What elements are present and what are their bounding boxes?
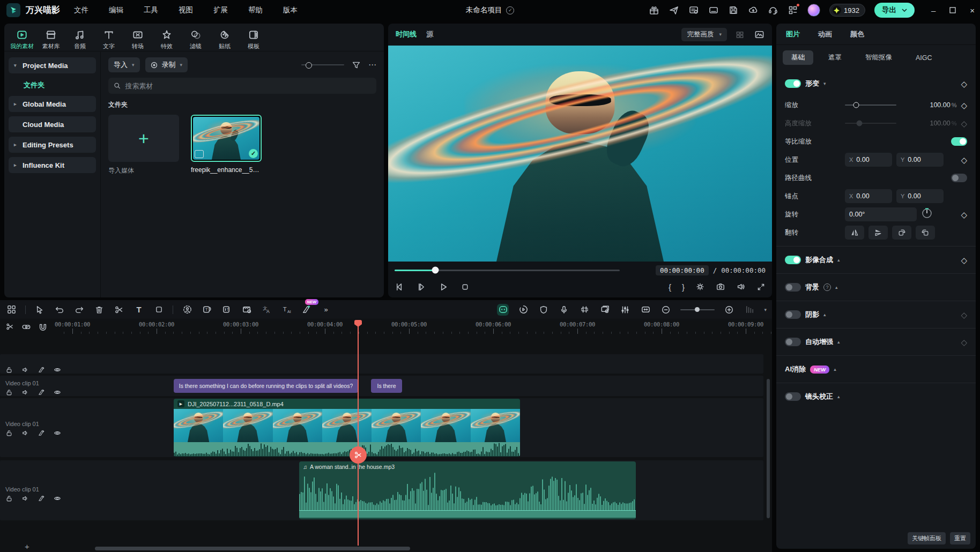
snapshot-camera-icon[interactable] (716, 282, 725, 292)
audio-volume-strip[interactable] (299, 510, 636, 518)
undo-icon[interactable] (54, 304, 65, 316)
thumbnail-size-slider[interactable] (301, 64, 344, 65)
position-x-field[interactable]: X0.00 (845, 153, 892, 167)
keyframe-diamond-icon[interactable]: ◇ (961, 80, 967, 88)
inspector-tab-color[interactable]: 颜色 (850, 29, 864, 39)
window-minimize-button[interactable]: – (931, 6, 936, 15)
keyframe-diamond-icon[interactable]: ◇ (961, 211, 967, 219)
credits-badge[interactable]: 1932 (829, 4, 865, 17)
timeline-zoom-slider[interactable] (680, 309, 715, 310)
chevron-down-icon[interactable]: ▾ (823, 81, 826, 86)
uniform-scale-toggle[interactable] (951, 137, 967, 146)
import-media-tile[interactable]: + 导入媒体 (108, 115, 179, 175)
chevron-down-icon[interactable]: ▾ (764, 307, 767, 312)
search-input[interactable] (125, 82, 371, 90)
anchor-x-field[interactable]: X0.00 (845, 189, 892, 203)
multi-view-icon[interactable] (736, 29, 746, 40)
tab-text[interactable]: 文字 (96, 27, 121, 51)
hide-track-icon[interactable] (54, 429, 61, 437)
timeline-horizontal-scrollbar[interactable] (95, 547, 410, 550)
sidebar-item-editing-presets[interactable]: ▸ Editing Presets (9, 137, 96, 153)
quick-split-icon[interactable] (5, 322, 14, 331)
mute-icon[interactable] (21, 429, 29, 437)
ai-effect-icon[interactable]: NEW (300, 304, 312, 316)
subtab-mask[interactable]: 遮罩 (820, 50, 850, 65)
mark-out-button[interactable]: } (682, 282, 685, 292)
ai-copilot-icon[interactable] (497, 304, 509, 316)
mute-icon[interactable] (21, 389, 29, 396)
media-asset-tile[interactable]: ✓ freepik__enhance__57... (191, 115, 262, 175)
shadow-toggle[interactable] (785, 310, 801, 319)
chevron-up-icon[interactable]: ▴ (823, 312, 826, 317)
text-clip-2[interactable]: Is there (371, 379, 402, 393)
tab-stickers[interactable]: 贴纸 (212, 27, 237, 51)
menu-extensions[interactable]: 扩展 (213, 5, 228, 15)
app-logo-icon[interactable] (6, 3, 20, 17)
delete-icon[interactable] (93, 304, 105, 316)
mute-icon[interactable] (21, 495, 29, 502)
video-clip[interactable]: ▶ DJI_202507112...2311_0518_D.mp4 (174, 399, 520, 457)
rotate-cw-button[interactable] (892, 226, 911, 240)
hide-track-icon[interactable] (54, 389, 61, 396)
chevron-up-icon[interactable]: ▴ (834, 367, 836, 372)
transform-toggle[interactable] (785, 79, 801, 88)
support-headset-icon[interactable] (768, 5, 778, 16)
toolbox-icon[interactable] (5, 304, 17, 316)
subtab-smart-cutout[interactable]: 智能抠像 (857, 50, 901, 65)
more-options-icon[interactable]: ⋯ (368, 60, 376, 70)
zoom-in-icon[interactable] (723, 304, 735, 316)
rotate-dial-icon[interactable] (921, 207, 933, 221)
play-button[interactable] (439, 282, 449, 292)
preview-canvas[interactable] (388, 46, 772, 262)
sidebar-item-folder[interactable]: 文件夹 (9, 78, 96, 93)
volume-icon[interactable] (736, 282, 746, 292)
text-tool-icon[interactable]: T (133, 304, 145, 316)
position-y-field[interactable]: Y0.00 (896, 153, 944, 167)
playback-quality-select[interactable]: 完整画质▾ (681, 28, 727, 41)
sidebar-item-global-media[interactable]: ▸ Global Media (9, 96, 96, 112)
redo-icon[interactable] (73, 304, 85, 316)
tab-stock-media[interactable]: 素材库 (39, 27, 63, 51)
reset-button[interactable]: 重置 (950, 532, 970, 544)
changelog-icon[interactable] (688, 5, 699, 16)
voiceover-mic-icon[interactable] (558, 304, 570, 316)
next-frame-button[interactable] (417, 282, 427, 292)
translate-icon[interactable]: 文A (261, 304, 272, 316)
keyframe-diamond-icon[interactable]: ◇ (961, 256, 967, 264)
rotate-field[interactable]: 0.00° (845, 207, 917, 221)
background-toggle[interactable] (785, 283, 801, 292)
tab-effects[interactable]: 特效 (154, 27, 179, 51)
track-effect-icon[interactable] (38, 495, 45, 502)
import-button[interactable]: 导入▾ (108, 57, 140, 72)
window-maximize-button[interactable] (949, 6, 956, 15)
previous-frame-button[interactable] (395, 282, 405, 292)
tab-templates[interactable]: 模板 (241, 27, 266, 51)
zoom-out-icon[interactable] (660, 304, 672, 316)
ai-text-icon[interactable]: TAI (280, 304, 292, 316)
track-effect-icon[interactable] (38, 366, 45, 374)
avatar[interactable] (807, 4, 820, 17)
gift-icon[interactable] (649, 5, 659, 16)
preview-tab-source[interactable]: 源 (426, 29, 433, 39)
snap-magnet-icon[interactable] (38, 322, 48, 332)
flip-horizontal-button[interactable] (845, 226, 864, 240)
save-icon[interactable] (728, 5, 739, 16)
current-timecode[interactable]: 00:00:00:00 (656, 265, 709, 275)
text-to-speech-icon[interactable]: T (201, 304, 213, 316)
keyframe-diamond-icon[interactable]: ◇ (961, 101, 967, 109)
chevron-up-icon[interactable]: ▴ (837, 339, 840, 345)
motion-tracking-icon[interactable] (181, 304, 193, 316)
share-icon[interactable] (669, 5, 679, 16)
mark-in-button[interactable]: { (669, 282, 671, 292)
devices-icon[interactable] (708, 5, 719, 16)
split-at-playhead-button[interactable] (350, 446, 367, 464)
playback-speed-icon[interactable] (517, 304, 529, 316)
anchor-y-field[interactable]: Y0.00 (896, 189, 944, 203)
lock-icon[interactable] (5, 389, 13, 396)
menu-version[interactable]: 版本 (283, 5, 298, 15)
split-scissors-icon[interactable] (113, 304, 125, 316)
keyframe-panel-button[interactable]: 关键帧面板 (908, 532, 946, 544)
render-preview-icon[interactable] (578, 304, 590, 316)
chevron-up-icon[interactable]: ▴ (837, 257, 840, 263)
scopes-icon[interactable] (754, 29, 764, 40)
